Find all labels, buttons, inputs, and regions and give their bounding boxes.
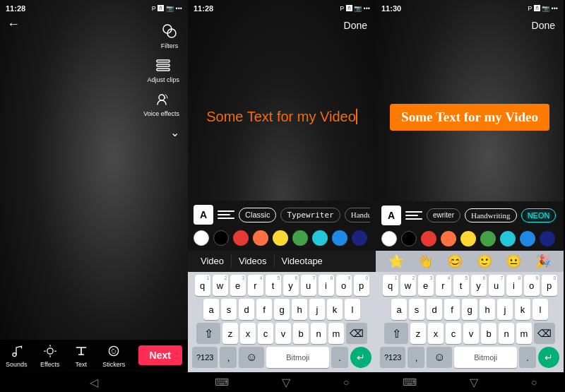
color-yellow-3[interactable] [460, 231, 476, 247]
emoji-star[interactable]: ⭐ [388, 254, 404, 269]
key-comma[interactable]: , [220, 347, 237, 368]
color-orange[interactable] [253, 230, 268, 246]
key-o[interactable]: o9 [336, 275, 352, 296]
key-p-3[interactable]: p0 [542, 275, 557, 296]
key-w-3[interactable]: w2 [400, 275, 416, 296]
text-align-button[interactable] [218, 208, 234, 222]
key-period-3[interactable]: . [519, 347, 536, 368]
voice-effects-tool[interactable]: Voice effects [143, 89, 179, 117]
autocomplete-video[interactable]: Video [194, 254, 232, 268]
key-q-3[interactable]: q1 [383, 275, 398, 296]
key-b-3[interactable]: b [481, 323, 496, 344]
key-j[interactable]: j [309, 299, 325, 320]
emoji-neutral[interactable]: 😐 [506, 254, 521, 269]
font-handwriting[interactable]: Handur... [345, 208, 370, 222]
key-z-3[interactable]: z [410, 323, 426, 344]
key-k-3[interactable]: k [515, 299, 530, 320]
key-x-3[interactable]: x [428, 323, 444, 344]
color-green-3[interactable] [480, 231, 496, 247]
font-classic[interactable]: Classic [239, 208, 276, 222]
font-typewriter[interactable]: Typewriter [280, 208, 340, 222]
key-period[interactable]: . [331, 347, 348, 368]
key-b[interactable]: b [293, 323, 309, 344]
return-key[interactable]: ↵ [350, 347, 371, 368]
color-white-3[interactable] [381, 231, 397, 247]
emoji-key-3[interactable]: ☺ [427, 347, 452, 368]
autocomplete-videotape[interactable]: Videotape [275, 254, 330, 268]
key-s-3[interactable]: s [409, 299, 424, 320]
emoji-key[interactable]: ☺ [239, 347, 264, 368]
key-c-3[interactable]: c [446, 323, 461, 344]
key-l[interactable]: l [345, 299, 360, 320]
key-z[interactable]: z [222, 323, 238, 344]
key-y[interactable]: y6 [283, 275, 299, 296]
back-button[interactable]: ← [7, 17, 20, 32]
key-o-3[interactable]: o9 [524, 275, 540, 296]
color-white[interactable] [194, 230, 209, 246]
key-m[interactable]: m [328, 323, 344, 344]
key-r[interactable]: r4 [248, 275, 263, 296]
key-v[interactable]: v [275, 323, 291, 344]
key-y-3[interactable]: y6 [471, 275, 487, 296]
key-j-3[interactable]: j [497, 299, 513, 320]
space-key-3[interactable]: Bitmoji [454, 347, 517, 368]
key-l-3[interactable]: l [533, 299, 548, 320]
color-red[interactable] [233, 230, 249, 246]
adjust-clips-tool[interactable]: Adjust clips [147, 55, 179, 83]
color-teal[interactable] [312, 230, 328, 246]
color-orange-3[interactable] [441, 231, 456, 247]
key-v-3[interactable]: v [463, 323, 479, 344]
key-g-3[interactable]: g [462, 299, 477, 320]
color-green[interactable] [292, 230, 308, 246]
delete-key[interactable]: ⌫ [346, 323, 367, 344]
sounds-tab[interactable]: Sounds [6, 343, 28, 368]
shift-key-3[interactable]: ⇧ [384, 323, 408, 344]
key-comma-3[interactable]: , [408, 347, 424, 368]
color-black-3[interactable] [401, 231, 417, 247]
next-button[interactable]: Next [138, 345, 182, 365]
emoji-smile[interactable]: 🙂 [477, 254, 492, 269]
return-key-3[interactable]: ↵ [538, 347, 559, 368]
color-teal-3[interactable] [500, 231, 516, 247]
stickers-tab[interactable]: Stickers [102, 343, 125, 368]
color-blue[interactable] [332, 230, 347, 246]
key-m-3[interactable]: m [516, 323, 532, 344]
text-tab[interactable]: Text [73, 343, 90, 368]
key-t[interactable]: t5 [266, 275, 281, 296]
emoji-wave[interactable]: 👋 [417, 254, 433, 269]
key-n-3[interactable]: n [499, 323, 514, 344]
color-blue-3[interactable] [520, 231, 535, 247]
key-d-3[interactable]: d [427, 299, 442, 320]
chevron-down-icon[interactable]: ⌄ [170, 126, 179, 139]
key-r-3[interactable]: r4 [436, 275, 451, 296]
key-g[interactable]: g [274, 299, 290, 320]
key-w[interactable]: w2 [213, 275, 228, 296]
panel3-text-area[interactable]: Some Text for my Video [376, 32, 564, 201]
done-button-2[interactable]: Done [344, 20, 367, 31]
key-u-3[interactable]: u7 [489, 275, 504, 296]
key-d[interactable]: d [239, 299, 254, 320]
key-s[interactable]: s [221, 299, 237, 320]
key-e-3[interactable]: e3 [418, 275, 434, 296]
key-n[interactable]: n [311, 323, 326, 344]
key-i-3[interactable]: i8 [506, 275, 522, 296]
key-f[interactable]: f [256, 299, 272, 320]
key-123[interactable]: ?123 [192, 347, 218, 368]
autocomplete-videos[interactable]: Videos [232, 254, 275, 268]
key-h[interactable]: h [292, 299, 307, 320]
color-yellow[interactable] [273, 230, 288, 246]
key-i[interactable]: i8 [319, 275, 334, 296]
color-dark-blue[interactable] [352, 230, 367, 246]
key-123-3[interactable]: ?123 [380, 347, 405, 368]
key-t-3[interactable]: t5 [453, 275, 469, 296]
color-black[interactable] [213, 230, 229, 246]
font-handwriting-3[interactable]: Handwriting [465, 208, 517, 222]
panel2-text-area[interactable]: Some Text for my Video [188, 32, 376, 201]
font-neon[interactable]: NEON [521, 208, 557, 222]
effects-tab[interactable]: Effects [40, 343, 59, 368]
emoji-party[interactable]: 🎉 [535, 254, 551, 269]
done-button-3[interactable]: Done [532, 20, 555, 31]
key-x[interactable]: x [240, 323, 256, 344]
space-key[interactable]: Bitmoji [266, 347, 329, 368]
filters-tool[interactable]: Filters [160, 21, 179, 49]
